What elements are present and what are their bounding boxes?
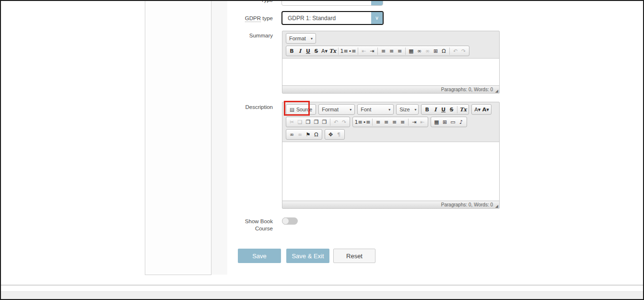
toolbar-group: 1≡•≡≡≡≡≡⇥⇤ — [352, 117, 428, 127]
resize-handle[interactable]: ◢ — [495, 89, 498, 93]
toolbar-separator — [449, 48, 450, 55]
show-book-course-label: Show Book Course — [225, 218, 273, 232]
numbered-list-icon[interactable]: 1≡ — [354, 118, 363, 126]
remove-format-icon[interactable]: Tx — [459, 105, 467, 114]
gdpr-type-label: GDPR type — [225, 15, 273, 22]
link-icon[interactable]: ∞ — [415, 47, 423, 55]
toolbar-group: BIUSTx — [421, 104, 469, 115]
summary-word-count: Paragraphs: 0, Words: 0 — [441, 87, 493, 92]
strikethrough-icon[interactable]: S — [312, 47, 320, 55]
align-center-icon[interactable]: ≡ — [387, 47, 396, 55]
type-select[interactable]: Please Select ∨ — [281, 0, 383, 6]
underline-icon[interactable]: U — [439, 105, 447, 114]
text-color-icon[interactable]: A▾ — [320, 47, 328, 55]
italic-icon[interactable]: I — [431, 105, 439, 114]
strikethrough-icon[interactable]: S — [447, 105, 456, 114]
image-icon[interactable]: ▦ — [433, 118, 441, 126]
align-justify-icon[interactable]: ≡ — [398, 118, 407, 126]
summary-toolbar-row1: Format ▾ — [282, 31, 499, 44]
remove-format-icon[interactable]: Tx — [328, 47, 337, 55]
special-char-icon[interactable]: Ω — [440, 47, 448, 55]
gdpr-type-select[interactable]: GDPR 1: Standard ∨ — [281, 11, 384, 25]
toolbar-group: ✥¶ — [325, 129, 345, 140]
font-dropdown[interactable]: Font ▾ — [357, 104, 394, 115]
gdpr-abbr: GDPR — [245, 15, 261, 22]
toolbar-group: ✂❏❐❐❐↶↷ — [286, 117, 350, 127]
description-editing-area[interactable] — [282, 142, 499, 201]
combo-carat-icon: ▾ — [306, 36, 313, 41]
size-dropdown[interactable]: Size ▾ — [396, 104, 419, 115]
text-color-icon[interactable]: A▾ — [473, 105, 481, 114]
align-right-icon[interactable]: ≡ — [396, 47, 404, 55]
underline-icon[interactable]: U — [304, 47, 312, 55]
image-icon[interactable]: ▦ — [407, 47, 415, 55]
maximize-icon[interactable]: ✥ — [327, 130, 335, 139]
save-button[interactable]: Save — [238, 249, 281, 263]
paste-text-icon[interactable]: ❐ — [312, 118, 320, 126]
toolbar-separator — [338, 48, 339, 55]
indent-icon[interactable]: ⇥ — [410, 118, 418, 126]
description-toolbar-row3: ∞∞⚑Ω✥¶ — [282, 127, 499, 142]
summary-toolbar-row2: BIUSA▾Tx1≡•≡⇤⇥≡≡≡▦∞∞⊞Ω↶↷ — [282, 44, 499, 58]
gdpr-label-rest: type — [262, 15, 273, 21]
numbered-list-icon[interactable]: 1≡ — [340, 47, 348, 55]
redo-icon: ↷ — [340, 118, 348, 126]
undo-icon: ↶ — [332, 118, 340, 126]
toolbar-group: A▾A▾ — [471, 104, 492, 115]
link-icon[interactable]: ∞ — [288, 130, 296, 139]
audio-icon[interactable]: ♪ — [457, 118, 465, 126]
horizontal-line-icon[interactable]: ▭ — [449, 118, 457, 126]
reset-button[interactable]: Reset — [333, 249, 375, 263]
summary-editor: Format ▾ BIUSA▾Tx1≡•≡⇤⇥≡≡≡▦∞∞⊞Ω↶↷ Paragr… — [282, 31, 500, 94]
format-dropdown[interactable]: Format ▾ — [318, 104, 355, 115]
bold-icon[interactable]: B — [288, 47, 296, 55]
table-icon[interactable]: ⊞ — [432, 47, 440, 55]
toolbar-separator — [405, 48, 406, 55]
toggle-knob — [282, 217, 289, 225]
toolbar-separator — [457, 106, 457, 113]
type-label: Type — [225, 0, 273, 4]
unlink-icon: ∞ — [296, 130, 304, 139]
source-button[interactable]: ▤ Source — [286, 104, 316, 115]
paste-word-icon[interactable]: ❐ — [320, 118, 328, 126]
outdent-icon: ⇤ — [418, 118, 426, 126]
table-icon[interactable]: ⊞ — [441, 118, 449, 126]
indent-icon[interactable]: ⇥ — [368, 47, 376, 55]
bulleted-list-icon[interactable]: •≡ — [363, 118, 371, 126]
bulleted-list-icon[interactable]: •≡ — [348, 47, 356, 55]
side-panel-card — [145, 0, 211, 275]
format-dropdown[interactable]: Format ▾ — [286, 33, 316, 44]
bold-icon[interactable]: B — [423, 105, 431, 114]
paste-icon[interactable]: ❐ — [304, 118, 312, 126]
toolbar-separator — [377, 48, 378, 55]
align-left-icon[interactable]: ≡ — [374, 118, 382, 126]
anchor-icon[interactable]: ⚑ — [304, 130, 312, 139]
copy-icon: ❏ — [296, 118, 304, 126]
toolbar-separator — [330, 119, 330, 126]
cut-icon: ✂ — [288, 118, 296, 126]
document-icon: ▤ — [290, 107, 294, 112]
save-and-exit-button[interactable]: Save & Exit — [286, 249, 329, 263]
type-select-value: Please Select — [282, 0, 371, 5]
combo-carat-icon: ▾ — [345, 108, 351, 112]
align-center-icon[interactable]: ≡ — [382, 118, 390, 126]
outdent-icon: ⇤ — [360, 47, 368, 55]
footer-bar — [1, 291, 643, 299]
align-right-icon[interactable]: ≡ — [390, 118, 398, 126]
special-char-icon[interactable]: Ω — [312, 130, 320, 139]
toolbar-separator — [372, 119, 373, 126]
show-book-course-toggle[interactable] — [282, 217, 298, 225]
description-label: Description — [225, 104, 273, 111]
summary-editing-area[interactable] — [282, 58, 499, 85]
description-editor: ▤ Source Format ▾ Font ▾ Size ▾ BIUSTxA▾… — [282, 102, 500, 209]
italic-icon[interactable]: I — [296, 47, 304, 55]
resize-handle[interactable]: ◢ — [495, 204, 498, 208]
summary-label: Summary — [225, 32, 273, 39]
chevron-down-icon[interactable]: ∨ — [371, 0, 383, 5]
show-blocks-icon: ¶ — [335, 130, 343, 139]
align-left-icon[interactable]: ≡ — [379, 47, 387, 55]
unlink-icon: ∞ — [423, 47, 432, 55]
background-color-icon[interactable]: A▾ — [481, 105, 490, 114]
toolbar-group: BIUSA▾Tx1≡•≡⇤⇥≡≡≡▦∞∞⊞Ω↶↷ — [286, 46, 469, 56]
chevron-down-icon[interactable]: ∨ — [371, 12, 383, 24]
